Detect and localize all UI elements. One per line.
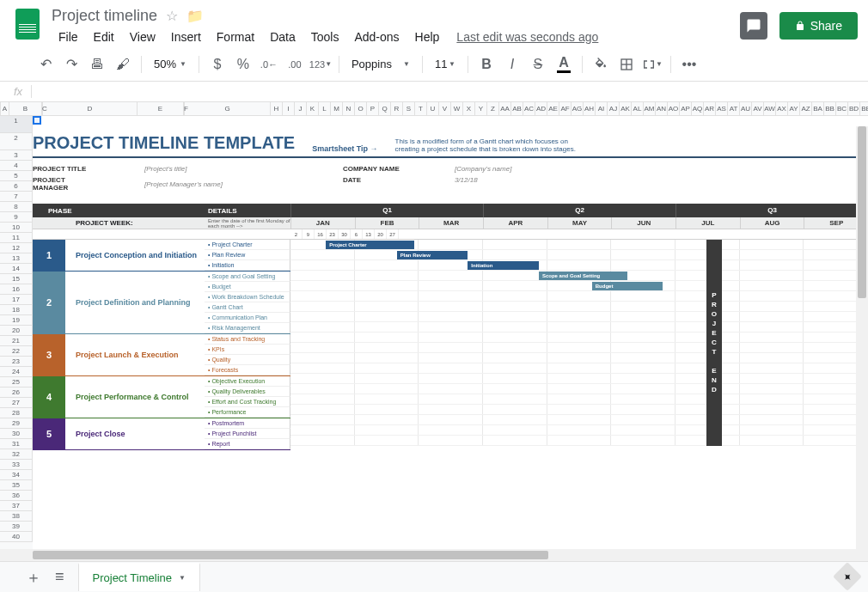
col-header-D[interactable]: D — [43, 102, 138, 115]
text-color-button[interactable]: A — [553, 53, 575, 76]
move-folder-icon[interactable]: 📁 — [186, 8, 204, 24]
col-header-AI[interactable]: AI — [596, 102, 608, 115]
redo-button[interactable]: ↷ — [60, 53, 83, 76]
menu-file[interactable]: File — [52, 27, 85, 47]
row-header-39[interactable]: 39 — [0, 522, 33, 532]
menu-tools[interactable]: Tools — [304, 27, 346, 47]
col-header-AY[interactable]: AY — [788, 102, 800, 115]
row-header-28[interactable]: 28 — [0, 408, 33, 418]
row-header-20[interactable]: 20 — [0, 326, 33, 336]
col-header-E[interactable]: E — [138, 102, 184, 115]
row-header-23[interactable]: 23 — [0, 357, 33, 367]
row-header-9[interactable]: 9 — [0, 212, 33, 223]
col-header-AC[interactable]: AC — [523, 102, 535, 115]
row-header-14[interactable]: 14 — [0, 264, 33, 274]
col-header-Q[interactable]: Q — [379, 102, 391, 115]
menu-edit[interactable]: Edit — [87, 27, 121, 47]
row-header-16[interactable]: 16 — [0, 284, 33, 295]
row-header-21[interactable]: 21 — [0, 336, 33, 346]
row-header-11[interactable]: 11 — [0, 233, 33, 243]
col-header-AX[interactable]: AX — [776, 102, 788, 115]
row-header-32[interactable]: 32 — [0, 449, 33, 460]
col-header-AZ[interactable]: AZ — [800, 102, 812, 115]
row-header-24[interactable]: 24 — [0, 367, 33, 377]
bold-button[interactable]: B — [475, 53, 498, 76]
col-header-AV[interactable]: AV — [752, 102, 764, 115]
smartsheet-tip-link[interactable]: Smartsheet Tip → — [312, 144, 377, 153]
row-header-31[interactable]: 31 — [0, 439, 33, 449]
row-header-17[interactable]: 17 — [0, 295, 33, 305]
col-header-AD[interactable]: AD — [535, 102, 547, 115]
col-header-T[interactable]: T — [415, 102, 427, 115]
italic-button[interactable]: I — [501, 53, 523, 76]
col-header-AO[interactable]: AO — [668, 102, 680, 115]
col-header-B[interactable]: B — [9, 102, 42, 115]
col-header-AP[interactable]: AP — [680, 102, 692, 115]
col-header-AW[interactable]: AW — [764, 102, 776, 115]
more-options-button[interactable]: ••• — [678, 53, 700, 76]
font-size-select[interactable]: 11▼ — [430, 56, 461, 72]
col-header-K[interactable]: K — [307, 102, 319, 115]
row-header-34[interactable]: 34 — [0, 470, 33, 480]
row-header-29[interactable]: 29 — [0, 418, 33, 429]
col-header-AT[interactable]: AT — [728, 102, 740, 115]
sheets-logo[interactable] — [10, 7, 45, 41]
col-header-AE[interactable]: AE — [547, 102, 559, 115]
row-header-40[interactable]: 40 — [0, 532, 33, 542]
row-header-25[interactable]: 25 — [0, 377, 33, 388]
currency-button[interactable]: $ — [206, 53, 229, 76]
col-header-L[interactable]: L — [319, 102, 331, 115]
row-header-35[interactable]: 35 — [0, 480, 33, 491]
row-header-36[interactable]: 36 — [0, 491, 33, 501]
col-header-AS[interactable]: AS — [716, 102, 728, 115]
vertical-scrollbar[interactable] — [856, 126, 868, 561]
document-title[interactable]: Project timeline — [52, 7, 157, 25]
decrease-decimal-button[interactable]: .0← — [258, 53, 280, 76]
col-header-P[interactable]: P — [367, 102, 379, 115]
font-select[interactable]: Poppins▼ — [346, 56, 415, 72]
row-header-3[interactable]: 3 — [0, 150, 33, 161]
all-sheets-button[interactable]: ≡ — [55, 568, 64, 586]
col-header-AN[interactable]: AN — [656, 102, 668, 115]
col-header-BD[interactable]: BD — [848, 102, 860, 115]
merge-cells-button[interactable]: ▼ — [641, 53, 663, 76]
undo-button[interactable]: ↶ — [34, 53, 57, 76]
row-header-33[interactable]: 33 — [0, 460, 33, 470]
row-header-12[interactable]: 12 — [0, 243, 33, 253]
row-header-13[interactable]: 13 — [0, 253, 33, 264]
paint-format-button[interactable]: 🖌 — [112, 53, 134, 76]
row-header-30[interactable]: 30 — [0, 429, 33, 439]
col-header-N[interactable]: N — [343, 102, 355, 115]
row-header-5[interactable]: 5 — [0, 171, 33, 181]
row-header-7[interactable]: 7 — [0, 192, 33, 202]
col-header-AG[interactable]: AG — [572, 102, 584, 115]
col-header-S[interactable]: S — [403, 102, 415, 115]
comments-button[interactable] — [740, 12, 767, 40]
col-header-AF[interactable]: AF — [559, 102, 572, 115]
col-header-BE[interactable]: BE — [860, 102, 868, 115]
row-header-10[interactable]: 10 — [0, 223, 33, 233]
row-header-37[interactable]: 37 — [0, 501, 33, 511]
sheet-content[interactable]: PROJECT TIMELINE TEMPLATE Smartsheet Tip… — [33, 116, 868, 566]
menu-insert[interactable]: Insert — [164, 27, 208, 47]
col-header-AB[interactable]: AB — [511, 102, 523, 115]
increase-decimal-button[interactable]: .00 — [284, 53, 306, 76]
col-header-G[interactable]: G — [185, 102, 271, 115]
col-header-AL[interactable]: AL — [632, 102, 644, 115]
col-header-AA[interactable]: AA — [499, 102, 511, 115]
add-sheet-button[interactable]: ＋ — [26, 567, 41, 588]
col-header-BA[interactable]: BA — [812, 102, 824, 115]
col-header-V[interactable]: V — [439, 102, 451, 115]
row-header-38[interactable]: 38 — [0, 511, 33, 522]
more-formats-button[interactable]: 123▼ — [309, 53, 332, 76]
row-header-2[interactable]: 2 — [0, 133, 33, 150]
share-button[interactable]: Share — [779, 12, 858, 40]
col-header-O[interactable]: O — [355, 102, 367, 115]
row-header-8[interactable]: 8 — [0, 202, 33, 212]
row-header-27[interactable]: 27 — [0, 398, 33, 408]
menu-help[interactable]: Help — [408, 27, 447, 47]
col-header-I[interactable]: I — [283, 102, 295, 115]
print-button[interactable]: 🖶 — [86, 53, 108, 76]
col-header-AK[interactable]: AK — [620, 102, 632, 115]
col-header-AU[interactable]: AU — [740, 102, 752, 115]
